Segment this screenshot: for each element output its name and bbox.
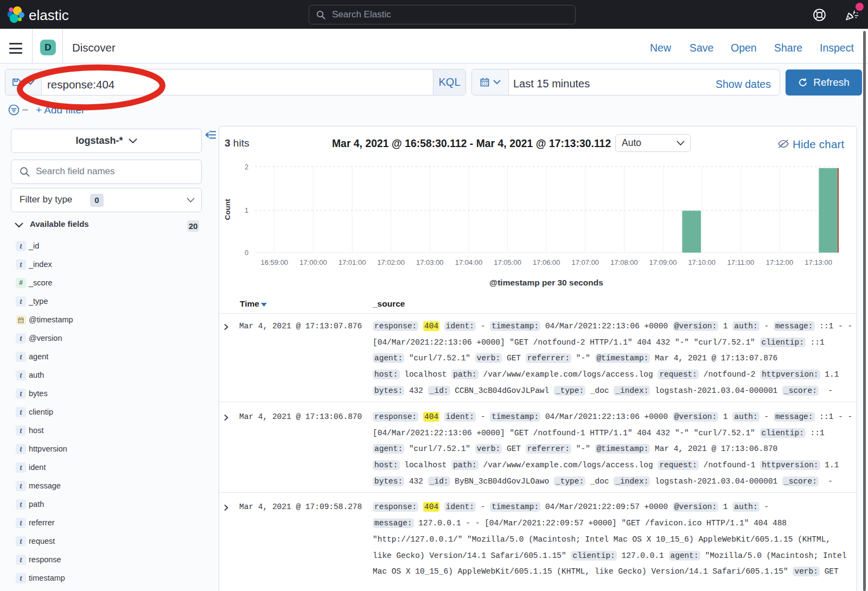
svg-text:17:13:00: 17:13:00 (805, 258, 832, 266)
svg-text:17:03:00: 17:03:00 (416, 258, 444, 266)
svg-text:17:02:00: 17:02:00 (377, 258, 405, 266)
svg-text:16:59:00: 16:59:00 (260, 258, 288, 266)
svg-text:17:01:00: 17:01:00 (339, 258, 366, 266)
svg-text:17:12:00: 17:12:00 (766, 258, 794, 266)
svg-text:17:05:00: 17:05:00 (494, 258, 521, 266)
svg-text:17:08:00: 17:08:00 (610, 258, 638, 266)
svg-text:17:06:00: 17:06:00 (533, 258, 560, 266)
svg-text:17:10:00: 17:10:00 (688, 258, 716, 266)
svg-text:Count: Count (224, 199, 232, 220)
svg-text:17:00:00: 17:00:00 (299, 258, 327, 266)
svg-text:0: 0 (245, 249, 248, 257)
svg-text:17:04:00: 17:04:00 (455, 258, 483, 266)
svg-text:17:07:00: 17:07:00 (571, 258, 599, 266)
svg-text:17:11:00: 17:11:00 (727, 258, 755, 266)
svg-text:1: 1 (245, 207, 248, 214)
svg-text:2: 2 (245, 163, 248, 171)
svg-text:@timestamp per 30 seconds: @timestamp per 30 seconds (489, 278, 603, 287)
svg-text:17:09:00: 17:09:00 (649, 258, 677, 266)
